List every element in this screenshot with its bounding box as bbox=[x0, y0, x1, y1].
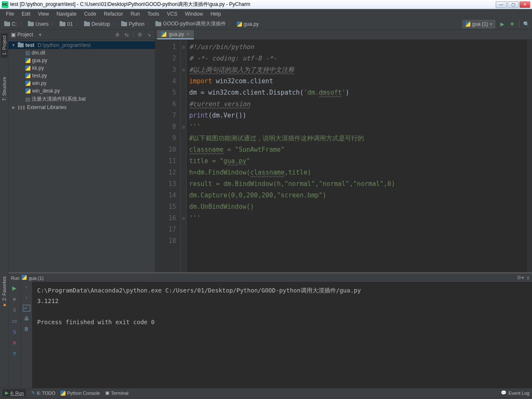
tree-file[interactable]: kk.py bbox=[8, 64, 155, 72]
menu-code[interactable]: Code bbox=[81, 10, 100, 18]
select-opened-icon[interactable]: ⇆ bbox=[123, 31, 130, 38]
down-icon[interactable]: ↓ bbox=[25, 295, 28, 301]
pause-button[interactable]: ⏸ bbox=[11, 306, 18, 313]
tree-root[interactable]: ▼ test D:\python_program\test bbox=[8, 41, 155, 49]
menu-tools[interactable]: Tools bbox=[144, 10, 163, 18]
help-icon[interactable]: ? bbox=[11, 350, 18, 357]
menu-run[interactable]: Run bbox=[127, 10, 143, 18]
project-panel-title: Project bbox=[17, 32, 33, 38]
rerun-button[interactable]: ▶ bbox=[11, 284, 18, 291]
arrow-right-icon[interactable]: ▶ bbox=[11, 105, 16, 109]
crumb-desktop[interactable]: Desktop〉 bbox=[82, 20, 119, 27]
run-output[interactable]: C:\ProgramData\Anaconda2\python.exe C:/U… bbox=[32, 282, 532, 388]
tree-file-label: win.py bbox=[32, 80, 46, 86]
tree-file[interactable]: win.py bbox=[8, 79, 155, 87]
library-icon: ⫿⫿⫿ bbox=[18, 104, 25, 110]
tree-root-name: test bbox=[25, 42, 34, 48]
tree-file-label: gua.py bbox=[32, 57, 47, 63]
code-text[interactable]: #!/usr/bin/python# -*- coding: utf-8 -*-… bbox=[187, 40, 527, 272]
tab-terminal[interactable]: ▣Terminal bbox=[105, 390, 129, 396]
tab-run-label: 4: Run bbox=[10, 391, 24, 396]
tab-project[interactable]: 1: Project bbox=[1, 33, 8, 57]
pin-icon[interactable]: ± bbox=[527, 275, 529, 281]
tab-run[interactable]: ▶4: Run bbox=[3, 389, 26, 396]
stop-button[interactable]: ■ bbox=[11, 295, 18, 302]
crumb-c[interactable]: C:〉 bbox=[3, 20, 26, 27]
menu-file[interactable]: File bbox=[3, 10, 17, 18]
tab-console-label: Python Console bbox=[67, 391, 100, 396]
editor-tab[interactable]: gua.py × bbox=[157, 30, 194, 39]
editor-marker-bar bbox=[527, 40, 532, 272]
hide-icon[interactable]: ↘ bbox=[146, 31, 152, 38]
tab-structure[interactable]: 7: Structure bbox=[1, 74, 8, 104]
search-icon[interactable]: 🔍 bbox=[523, 21, 529, 27]
tree-file[interactable]: gua.py bbox=[8, 57, 155, 64]
menu-window[interactable]: Window bbox=[182, 10, 206, 18]
crumb-label: Python bbox=[129, 21, 144, 27]
crumb-users[interactable]: Users〉 bbox=[26, 20, 58, 27]
chevron-down-icon: ▾ bbox=[490, 21, 492, 27]
crumb-good[interactable]: GOOD-python调用大漠插件〉 bbox=[154, 20, 235, 27]
gear-icon[interactable]: ⚙▾ bbox=[517, 275, 524, 281]
collapse-all-icon[interactable]: ⊕ bbox=[114, 31, 121, 38]
code-area[interactable]: 123456789101112131415161718 ⊟⊟⊟⊟ #!/usr/… bbox=[155, 40, 532, 272]
tree-file[interactable]: test.py bbox=[8, 72, 155, 79]
tree-file[interactable]: win_desk.py bbox=[8, 87, 155, 95]
tree-file-label: 注册大漠插件到系统.bat bbox=[32, 96, 86, 103]
tree-root-path: D:\python_program\test bbox=[38, 42, 90, 48]
debug-button[interactable]: ✸ bbox=[509, 21, 516, 27]
menu-vcs[interactable]: VCS bbox=[163, 10, 181, 18]
close-button[interactable]: ✕ bbox=[519, 1, 530, 8]
layout-button[interactable]: ▭ bbox=[11, 317, 18, 324]
up-icon[interactable]: ↑ bbox=[25, 284, 28, 290]
crumb-file[interactable]: gua.py bbox=[235, 21, 261, 27]
python-icon bbox=[25, 58, 30, 63]
project-panel: ▣ Project ▾ ⊕ ⇆ | ⚙ ↘ ▼ test D:\python_p… bbox=[8, 30, 155, 272]
crumb-python[interactable]: Python〉 bbox=[119, 20, 154, 27]
menu-navigate[interactable]: Navigate bbox=[53, 10, 80, 18]
tab-favorites-label: 2: Favorites bbox=[2, 276, 7, 301]
python-icon bbox=[161, 32, 166, 37]
tab-todo-label: 6: TODO bbox=[37, 391, 55, 396]
menu-view[interactable]: View bbox=[35, 10, 52, 18]
menu-edit[interactable]: Edit bbox=[18, 10, 34, 18]
run-config-select[interactable]: gua (1) ▾ bbox=[462, 20, 495, 28]
python-icon bbox=[465, 22, 470, 27]
run-button[interactable]: ▶ bbox=[499, 21, 505, 27]
tab-python-console[interactable]: Python Console bbox=[60, 391, 100, 396]
run-output-exit: Process finished with exit code 0 bbox=[37, 319, 155, 325]
python-icon bbox=[25, 66, 30, 71]
close-run-button[interactable]: ✕ bbox=[11, 339, 18, 346]
tree-file[interactable]: ▤注册大漠插件到系统.bat bbox=[8, 95, 155, 104]
chevron-down-icon[interactable]: ▾ bbox=[39, 32, 41, 38]
tree-file-label: kk.py bbox=[32, 65, 44, 71]
tab-terminal-label: Terminal bbox=[111, 391, 129, 396]
tab-favorites[interactable]: ★ 2: Favorites bbox=[0, 275, 8, 309]
tab-event-log[interactable]: 💬Event Log bbox=[501, 390, 529, 396]
dump-button[interactable]: ↯ bbox=[11, 328, 18, 335]
tree-file-label: win_desk.py bbox=[32, 88, 60, 94]
clear-button[interactable]: 🗑 bbox=[24, 326, 29, 332]
soft-wrap-button[interactable]: ⤶ bbox=[23, 305, 30, 312]
print-button[interactable]: 🖶 bbox=[24, 316, 29, 322]
gear-icon[interactable]: ⚙ bbox=[136, 31, 143, 38]
menu-help[interactable]: Help bbox=[207, 10, 225, 18]
python-icon bbox=[22, 275, 27, 280]
minimize-button[interactable]: — bbox=[496, 1, 507, 8]
tree-file[interactable]: ▤dm.dll bbox=[8, 49, 155, 57]
tab-eventlog-label: Event Log bbox=[508, 391, 529, 396]
crumb-label: C: bbox=[12, 21, 17, 27]
arrow-down-icon[interactable]: ▼ bbox=[11, 43, 16, 47]
maximize-button[interactable]: ▢ bbox=[508, 1, 518, 8]
crumb-label: GOOD-python调用大漠插件 bbox=[163, 20, 226, 27]
separator bbox=[519, 20, 519, 28]
crumb-01[interactable]: 01〉 bbox=[58, 20, 82, 27]
menu-refactor[interactable]: Refactor bbox=[100, 10, 126, 18]
tab-todo[interactable]: ✎6: TODO bbox=[31, 390, 55, 396]
editor: gua.py × 123456789101112131415161718 ⊟⊟⊟… bbox=[155, 30, 532, 272]
tree-external[interactable]: ▶ ⫿⫿⫿ External Libraries bbox=[8, 104, 155, 111]
project-tree[interactable]: ▼ test D:\python_program\test ▤dm.dll gu… bbox=[8, 40, 155, 272]
left-tool-gutter-lower: ★ 2: Favorites bbox=[0, 272, 8, 388]
run-config-label: gua (1) bbox=[472, 21, 488, 27]
close-tab-icon[interactable]: × bbox=[187, 31, 190, 37]
